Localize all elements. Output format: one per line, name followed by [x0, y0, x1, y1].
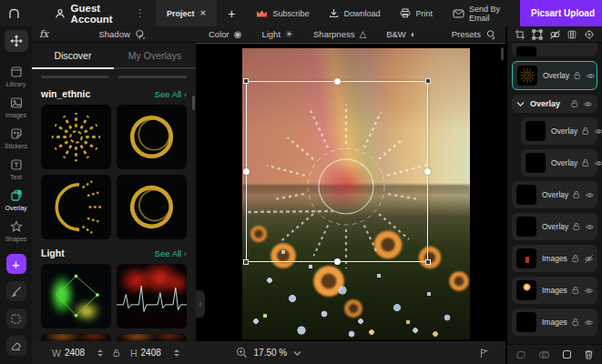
- overlay-thumb-gold-arc[interactable]: [41, 175, 111, 239]
- chevron-down-icon[interactable]: [516, 101, 525, 106]
- frame-icon[interactable]: [532, 29, 543, 40]
- layer-row-overlay-selected[interactable]: Overlay: [512, 61, 597, 90]
- blend-icon[interactable]: [538, 350, 550, 359]
- print-button[interactable]: Print: [390, 8, 443, 18]
- layer-row-images-hidden[interactable]: Images: [512, 245, 597, 272]
- shadow-button[interactable]: Shadow: [98, 29, 145, 39]
- selection-handle-bottom[interactable]: [334, 258, 341, 265]
- layer-row-overlay-rainbow[interactable]: Overlay: [512, 181, 597, 208]
- flag-button[interactable]: [478, 348, 505, 359]
- tab-discover[interactable]: Discover: [32, 50, 114, 69]
- home-button[interactable]: [7, 4, 22, 24]
- height-input[interactable]: [141, 348, 170, 358]
- sidebar-item-images[interactable]: Images: [5, 96, 26, 118]
- bw-button[interactable]: B&W ◐: [386, 29, 416, 39]
- selection-handle-top-right[interactable]: [425, 78, 431, 84]
- layer-row-overlay-flame[interactable]: Overlay: [512, 213, 597, 240]
- layer-group-overlay[interactable]: Overlay: [512, 95, 597, 113]
- fx-button[interactable]: fx: [32, 28, 48, 40]
- canvas-area[interactable]: ‹: [196, 43, 505, 341]
- overlay-thumb-partial[interactable]: [41, 334, 111, 341]
- eye-icon[interactable]: [585, 191, 595, 199]
- overlay-thumb-gold-sunburst[interactable]: [41, 105, 111, 169]
- layer-row-images-landscape[interactable]: Images: [512, 308, 597, 336]
- sidebar-item-stickers[interactable]: Stickers: [5, 126, 27, 149]
- panel-scrollbar[interactable]: [192, 96, 195, 110]
- overlay-thumb-gold-circle[interactable]: [117, 175, 187, 239]
- crop-icon[interactable]: [515, 29, 525, 40]
- eye-off-icon[interactable]: [584, 255, 594, 263]
- lock-ratio-icon[interactable]: [112, 349, 121, 358]
- account-menu[interactable]: Guest Account: [55, 3, 118, 25]
- selection-handle-left[interactable]: [243, 168, 250, 175]
- eye-icon[interactable]: [585, 223, 595, 231]
- sharpness-button[interactable]: Sharpness △: [313, 29, 366, 39]
- eye-icon[interactable]: [583, 100, 593, 108]
- color-button[interactable]: Color ◉: [209, 29, 241, 39]
- add-button[interactable]: +: [6, 254, 26, 274]
- layer-row-overlay-bokeh[interactable]: Overlay: [521, 149, 597, 177]
- lock-icon[interactable]: [572, 222, 581, 231]
- zoom-control[interactable]: 17.50 %: [236, 347, 302, 359]
- eye-icon[interactable]: [594, 127, 602, 136]
- canvas-image[interactable]: [242, 48, 470, 339]
- duplicate-icon[interactable]: [562, 349, 572, 359]
- selection-tool-button[interactable]: [6, 308, 26, 329]
- lock-icon[interactable]: [571, 318, 580, 327]
- layer-row-images-sunset[interactable]: Images: [512, 277, 597, 304]
- overlay-thumb-green-neon[interactable]: [41, 264, 111, 329]
- move-tool-button[interactable]: [5, 30, 28, 52]
- see-all-link-win-ethnic[interactable]: See All ›: [155, 89, 187, 99]
- lock-icon[interactable]: [572, 190, 581, 199]
- width-stepper[interactable]: [97, 349, 103, 357]
- eye-icon[interactable]: [586, 72, 596, 80]
- picsart-upload-button[interactable]: Picsart Upload: [520, 0, 602, 26]
- chevron-down-icon[interactable]: [293, 350, 301, 356]
- project-tab[interactable]: Project ✕: [156, 0, 217, 26]
- brush-tool-button[interactable]: [6, 281, 26, 301]
- collapse-panel-button[interactable]: ‹: [196, 290, 205, 318]
- layer-row-clipped[interactable]: [512, 43, 597, 56]
- eraser-tool-button[interactable]: [6, 336, 26, 356]
- canvas-scrollbar[interactable]: [501, 47, 504, 60]
- lock-icon[interactable]: [573, 71, 582, 80]
- unlink-icon[interactable]: [549, 29, 561, 40]
- lock-icon[interactable]: [571, 286, 580, 295]
- eye-icon[interactable]: [584, 287, 594, 295]
- overlay-scroll-area[interactable]: win_ethnic See All ›: [32, 80, 196, 341]
- kebab-menu-icon[interactable]: ⋮: [128, 7, 152, 19]
- lock-icon[interactable]: [571, 254, 580, 263]
- presets-button[interactable]: Presets: [452, 29, 505, 40]
- see-all-link-light[interactable]: See All ›: [155, 248, 187, 258]
- lock-icon[interactable]: [581, 126, 590, 136]
- adjust-icon[interactable]: [584, 29, 595, 40]
- delete-icon[interactable]: [584, 349, 594, 359]
- download-button[interactable]: Download: [319, 8, 390, 18]
- new-project-button[interactable]: +: [217, 0, 246, 26]
- light-button[interactable]: Light ☀: [261, 29, 293, 39]
- eye-icon[interactable]: [584, 318, 594, 327]
- overlay-thumb-heartbeat[interactable]: [117, 264, 187, 329]
- overlay-thumb-gold-ring[interactable]: [117, 105, 187, 169]
- layer-row-overlay-sparkles[interactable]: Overlay: [521, 117, 597, 145]
- send-by-email-button[interactable]: Send By Email: [443, 5, 520, 23]
- selection-handle-bottom-left[interactable]: [243, 259, 249, 265]
- sidebar-item-overlay[interactable]: Overlay: [5, 188, 26, 211]
- sidebar-item-library[interactable]: Library: [6, 65, 26, 87]
- tab-my-overlays[interactable]: My Overlays: [114, 50, 196, 69]
- mask-icon[interactable]: [515, 350, 526, 359]
- sidebar-item-shapes[interactable]: Shapes: [5, 219, 27, 242]
- selection-handle-bottom-right[interactable]: [425, 259, 431, 265]
- eye-icon[interactable]: [594, 159, 602, 167]
- layers-list[interactable]: Overlay Overlay Overlay: [507, 43, 602, 344]
- selection-handle-top[interactable]: [334, 78, 341, 85]
- selection-handle-top-left[interactable]: [243, 78, 249, 84]
- close-tab-icon[interactable]: ✕: [200, 9, 207, 17]
- overlay-thumb-partial[interactable]: [117, 334, 187, 341]
- width-input[interactable]: [65, 348, 94, 358]
- subscribe-button[interactable]: Subscribe: [246, 9, 319, 18]
- lock-icon[interactable]: [570, 99, 579, 108]
- selection-box[interactable]: [246, 81, 428, 262]
- sidebar-item-text[interactable]: Text: [9, 157, 24, 180]
- height-stepper[interactable]: [174, 349, 179, 357]
